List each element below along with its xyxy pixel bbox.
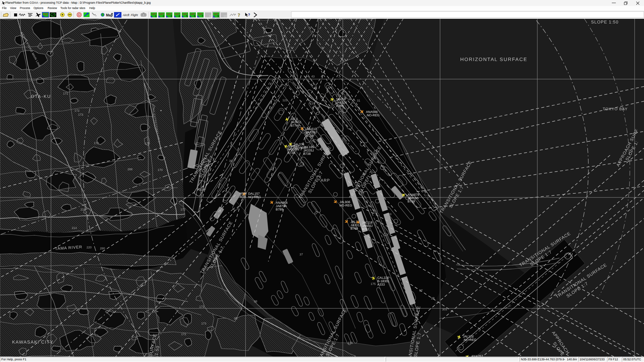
svg-text:123: 123 (282, 99, 287, 102)
svg-text:SLOPE 1:50: SLOPE 1:50 (591, 19, 619, 24)
svg-text:?: ? (238, 13, 240, 18)
svg-text:10: 10 (223, 14, 227, 17)
svg-text:214: 214 (72, 226, 77, 230)
svg-text:3: 3 (170, 14, 172, 17)
svg-text:172: 172 (94, 141, 99, 145)
svg-text:HORIZONTAL SURFACE: HORIZONTAL SURFACE (460, 57, 527, 62)
svg-text:2B: 2B (431, 297, 435, 300)
svg-text:172: 172 (74, 109, 79, 112)
svg-text:TOKYO BAY: TOKYO BAY (603, 107, 628, 111)
svg-text:Map: Map (106, 13, 113, 17)
svg-text:170: 170 (158, 168, 163, 172)
svg-text:2: 2 (163, 14, 164, 17)
svg-text:HVN6DX: HVN6DX (240, 192, 247, 199)
svg-text:37: 37 (300, 253, 303, 256)
svg-text:4: 4 (178, 14, 180, 17)
svg-text:OTA-KU: OTA-KU (31, 94, 51, 99)
svg-text:175: 175 (371, 282, 376, 286)
svg-text:7: 7 (202, 14, 203, 17)
svg-text:KAWASAKI CITY: KAWASAKI CITY (12, 340, 54, 345)
svg-text:173: 173 (199, 305, 204, 308)
svg-text:38: 38 (254, 300, 257, 303)
svg-text:DAL157NO-REG: DAL157NO-REG (248, 192, 261, 199)
svg-text:ARP: ARP (321, 178, 330, 183)
svg-text:219: 219 (80, 208, 86, 211)
svg-text:?: ? (248, 13, 250, 17)
svg-text:9: 9 (217, 14, 219, 17)
svg-text:3B: 3B (234, 317, 237, 320)
svg-text:ANA566.NO-REG: ANA566.NO-REG (366, 110, 380, 117)
svg-text:171: 171 (63, 92, 68, 95)
svg-text:39: 39 (229, 159, 232, 163)
svg-text:203: 203 (386, 213, 391, 216)
svg-text:173: 173 (201, 322, 206, 325)
svg-text:170: 170 (348, 341, 353, 345)
svg-text:Flight: Flight (131, 13, 138, 17)
svg-text:288: 288 (127, 168, 132, 171)
svg-text:172: 172 (181, 333, 186, 336)
svg-text:170: 170 (145, 142, 150, 145)
svg-text:Aircft: Aircft (123, 13, 129, 17)
svg-text:43: 43 (258, 74, 262, 77)
svg-text:5: 5 (186, 14, 188, 17)
svg-text:8: 8 (209, 14, 211, 17)
svg-text:280: 280 (100, 247, 105, 250)
svg-text:6: 6 (194, 14, 196, 17)
svg-text:43: 43 (311, 75, 315, 78)
svg-text:172: 172 (180, 208, 185, 211)
svg-text:31: 31 (357, 99, 360, 102)
svg-text:3T: 3T (419, 289, 423, 292)
svg-text:1: 1 (155, 14, 157, 17)
svg-text:173: 173 (78, 113, 83, 116)
svg-text:303: 303 (442, 308, 447, 311)
svg-text:220: 220 (87, 246, 92, 249)
